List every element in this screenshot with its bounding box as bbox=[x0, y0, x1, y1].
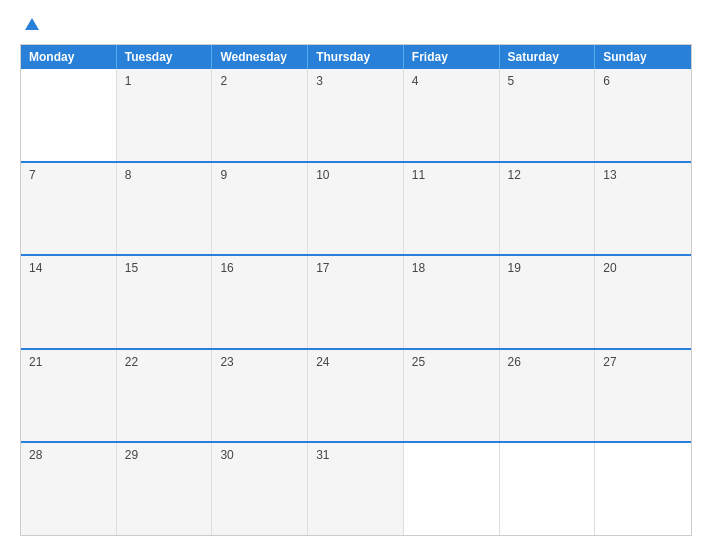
day-number: 3 bbox=[316, 74, 323, 88]
calendar-cell: 3 bbox=[308, 69, 404, 161]
calendar-cell: 29 bbox=[117, 443, 213, 535]
calendar-cell: 9 bbox=[212, 163, 308, 255]
day-number: 12 bbox=[508, 168, 521, 182]
day-number: 5 bbox=[508, 74, 515, 88]
day-number: 11 bbox=[412, 168, 425, 182]
calendar-cell: 4 bbox=[404, 69, 500, 161]
calendar-cell: 15 bbox=[117, 256, 213, 348]
day-number: 31 bbox=[316, 448, 329, 462]
day-number: 15 bbox=[125, 261, 138, 275]
calendar-cell: 22 bbox=[117, 350, 213, 442]
header-day-thursday: Thursday bbox=[308, 45, 404, 69]
calendar-cell: 1 bbox=[117, 69, 213, 161]
day-number: 28 bbox=[29, 448, 42, 462]
calendar-cell: 31 bbox=[308, 443, 404, 535]
calendar-cell: 12 bbox=[500, 163, 596, 255]
calendar-cell: 6 bbox=[595, 69, 691, 161]
day-number: 27 bbox=[603, 355, 616, 369]
calendar-week-2: 78910111213 bbox=[21, 161, 691, 255]
calendar-cell: 20 bbox=[595, 256, 691, 348]
logo-blue-text bbox=[20, 18, 39, 30]
calendar-cell: 14 bbox=[21, 256, 117, 348]
day-number: 16 bbox=[220, 261, 233, 275]
calendar-page: MondayTuesdayWednesdayThursdayFridaySatu… bbox=[0, 0, 712, 550]
day-number: 10 bbox=[316, 168, 329, 182]
day-number: 6 bbox=[603, 74, 610, 88]
day-number: 22 bbox=[125, 355, 138, 369]
calendar-cell: 10 bbox=[308, 163, 404, 255]
day-number: 25 bbox=[412, 355, 425, 369]
day-number: 1 bbox=[125, 74, 132, 88]
calendar-cell: 27 bbox=[595, 350, 691, 442]
header bbox=[20, 18, 692, 30]
day-number: 21 bbox=[29, 355, 42, 369]
calendar-cell: 7 bbox=[21, 163, 117, 255]
header-day-wednesday: Wednesday bbox=[212, 45, 308, 69]
day-number: 2 bbox=[220, 74, 227, 88]
calendar-body: 1234567891011121314151617181920212223242… bbox=[21, 69, 691, 535]
calendar-cell: 8 bbox=[117, 163, 213, 255]
calendar-week-4: 21222324252627 bbox=[21, 348, 691, 442]
calendar-cell bbox=[500, 443, 596, 535]
calendar-cell: 16 bbox=[212, 256, 308, 348]
day-number: 23 bbox=[220, 355, 233, 369]
header-day-sunday: Sunday bbox=[595, 45, 691, 69]
header-day-saturday: Saturday bbox=[500, 45, 596, 69]
calendar-cell: 11 bbox=[404, 163, 500, 255]
day-number: 9 bbox=[220, 168, 227, 182]
header-day-tuesday: Tuesday bbox=[117, 45, 213, 69]
calendar-cell: 23 bbox=[212, 350, 308, 442]
calendar-cell bbox=[21, 69, 117, 161]
calendar-cell: 21 bbox=[21, 350, 117, 442]
day-number: 13 bbox=[603, 168, 616, 182]
calendar-week-5: 28293031 bbox=[21, 441, 691, 535]
calendar-week-3: 14151617181920 bbox=[21, 254, 691, 348]
day-number: 20 bbox=[603, 261, 616, 275]
day-number: 8 bbox=[125, 168, 132, 182]
calendar-cell: 17 bbox=[308, 256, 404, 348]
header-day-monday: Monday bbox=[21, 45, 117, 69]
day-number: 17 bbox=[316, 261, 329, 275]
calendar-cell: 30 bbox=[212, 443, 308, 535]
calendar-cell: 5 bbox=[500, 69, 596, 161]
calendar-header: MondayTuesdayWednesdayThursdayFridaySatu… bbox=[21, 45, 691, 69]
day-number: 19 bbox=[508, 261, 521, 275]
calendar-week-1: 123456 bbox=[21, 69, 691, 161]
calendar-cell: 24 bbox=[308, 350, 404, 442]
calendar-grid: MondayTuesdayWednesdayThursdayFridaySatu… bbox=[20, 44, 692, 536]
calendar-cell: 19 bbox=[500, 256, 596, 348]
logo-triangle-icon bbox=[25, 18, 39, 30]
calendar-cell: 18 bbox=[404, 256, 500, 348]
calendar-cell: 2 bbox=[212, 69, 308, 161]
day-number: 4 bbox=[412, 74, 419, 88]
day-number: 14 bbox=[29, 261, 42, 275]
day-number: 26 bbox=[508, 355, 521, 369]
day-number: 29 bbox=[125, 448, 138, 462]
day-number: 7 bbox=[29, 168, 36, 182]
day-number: 18 bbox=[412, 261, 425, 275]
header-day-friday: Friday bbox=[404, 45, 500, 69]
calendar-cell bbox=[595, 443, 691, 535]
calendar-cell: 13 bbox=[595, 163, 691, 255]
day-number: 24 bbox=[316, 355, 329, 369]
calendar-cell: 26 bbox=[500, 350, 596, 442]
calendar-cell: 28 bbox=[21, 443, 117, 535]
calendar-cell: 25 bbox=[404, 350, 500, 442]
logo bbox=[20, 18, 39, 30]
day-number: 30 bbox=[220, 448, 233, 462]
calendar-cell bbox=[404, 443, 500, 535]
